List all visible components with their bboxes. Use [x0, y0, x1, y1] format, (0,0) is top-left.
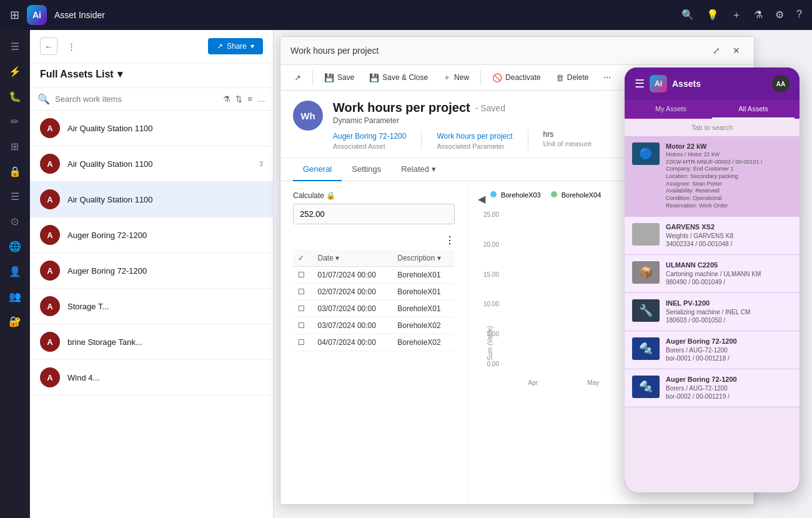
mobile-list-item[interactable]: ⚙ GARVENS XS2 Weights / GARVENS K8 34002…	[625, 217, 800, 255]
mobile-list-item[interactable]: 🔩 Auger Boring 72-1200 Borers / AUG-72-1…	[625, 331, 800, 369]
search-icon[interactable]: 🔍	[681, 9, 694, 22]
mobile-tab-all-assets[interactable]: All Assets	[712, 100, 795, 119]
detail-left: Calculate 🔒 ⋮ ✓ Date	[280, 181, 468, 504]
col-check: ✓	[293, 250, 313, 267]
mobile-list-item[interactable]: 🔵 Motor 22 kW Motors / Motor 22 kW 22KW-…	[625, 136, 800, 217]
new-button[interactable]: ＋ New	[437, 69, 475, 86]
sort-btn[interactable]: ⇅	[235, 94, 242, 104]
close-button[interactable]: ✕	[729, 43, 744, 58]
sidebar-icon-globe[interactable]: 🌐	[4, 235, 26, 257]
row-date: 02/07/2024 00:00	[313, 284, 393, 301]
mobile-list-item[interactable]: 📦 ULMANN C2205 Cartoning machine / ULMAN…	[625, 255, 800, 293]
asset-name: Air Quality Station 1100	[67, 195, 153, 204]
col-date[interactable]: Date ▾	[313, 250, 393, 267]
row-date: 03/07/2024 00:00	[313, 301, 393, 317]
filter-btn[interactable]: ⚗	[223, 94, 230, 104]
row-date: 01/07/2024 00:00	[313, 267, 393, 284]
item-sub: Cartoning machine / ULMANN KM 980490 / 0…	[666, 270, 792, 286]
search-input[interactable]	[55, 94, 218, 104]
table-row[interactable]: ☐ 01/07/2024 00:00 BoreholeX01	[293, 267, 455, 284]
associated-asset-link[interactable]: Auger Boring 72-1200	[333, 132, 406, 141]
share-chevron: ▾	[250, 42, 254, 51]
list-item[interactable]: A Storage T...	[30, 289, 273, 324]
mobile-list-item[interactable]: 🔧 INEL PV-1200 Serializing machine / INE…	[625, 293, 800, 331]
row-check: ☐	[293, 334, 313, 351]
list-item[interactable]: A Air Quality Station 1100	[30, 182, 273, 217]
bulb-icon[interactable]: 💡	[706, 9, 719, 22]
calculate-input[interactable]	[293, 204, 455, 224]
mobile-list-item[interactable]: 🔩 Auger Boring 72-1200 Borers / AUG-72-1…	[625, 369, 800, 407]
app-logo: Ai	[27, 5, 47, 25]
list-item[interactable]: A Air Quality Station 1100	[30, 111, 273, 146]
mobile-search-placeholder: Tab to search	[632, 124, 792, 131]
chart-prev[interactable]: ◀	[478, 193, 485, 205]
more-opts-btn[interactable]: …	[257, 94, 265, 104]
sidebar-icon-edit[interactable]: ✏	[4, 110, 26, 132]
open-record-button[interactable]: ↗	[288, 70, 307, 86]
add-icon[interactable]: ＋	[731, 9, 741, 22]
associated-param-block: Work hours per project Associated Parame…	[437, 130, 528, 150]
list-item[interactable]: A Auger Boring 72-1200	[30, 253, 273, 289]
table-row[interactable]: ☐ 03/07/2024 00:00 BoreholeX02	[293, 317, 455, 334]
col-desc[interactable]: Description ▾	[392, 250, 455, 267]
sidebar-icon-security[interactable]: 🔐	[4, 310, 26, 332]
sidebar-icon-lightning[interactable]: ⚡	[4, 60, 26, 82]
save-button[interactable]: 💾 Save	[318, 70, 360, 86]
delete-button[interactable]: 🗑 Delete	[550, 70, 595, 86]
asset-name: Air Quality Station 1100	[67, 124, 153, 133]
row-desc: BoreholeX01	[392, 284, 455, 301]
item-name: Auger Boring 72-1200	[666, 337, 792, 345]
avatar: A	[40, 154, 60, 174]
table-row[interactable]: ☐ 02/07/2024 00:00 BoreholeX01	[293, 284, 455, 301]
grid-icon[interactable]: ⊞	[10, 8, 19, 22]
sidebar-icon-lock[interactable]: 🔒	[4, 160, 26, 182]
settings-icon[interactable]: ⚙	[775, 9, 784, 22]
share-button[interactable]: ↗ Share ▾	[208, 38, 263, 54]
list-view-btn[interactable]: ≡	[247, 94, 252, 104]
avatar: A	[40, 225, 60, 245]
table-row[interactable]: ☐ 04/07/2024 00:00 BoreholeX02	[293, 334, 455, 351]
list-item[interactable]: A Wind 4...	[30, 360, 273, 396]
sidebar-icon-users[interactable]: 👥	[4, 285, 26, 307]
window-title: Work hours per project	[290, 46, 709, 56]
asset-panel-header: ← ⋮ ↗ Share ▾	[30, 30, 273, 63]
mobile-tabs: My Assets All Assets	[625, 100, 800, 119]
item-sub: Weights / GARVENS K8 34002334 / 00-00104…	[666, 232, 792, 248]
filter-icon[interactable]: ⚗	[754, 9, 763, 22]
sidebar-icon-circle[interactable]: ⊙	[4, 210, 26, 232]
associated-param-meta: Associated Parameter	[437, 142, 512, 150]
back-button[interactable]: ←	[40, 37, 57, 55]
sidebar-icon-bug[interactable]: 🐛	[4, 85, 26, 107]
more-actions-button[interactable]: ⋯	[597, 70, 617, 85]
tab-related[interactable]: Related ▾	[391, 158, 446, 181]
expand-button[interactable]: ⤢	[709, 43, 724, 58]
item-image: 🔩	[632, 337, 660, 360]
table-row[interactable]: ☐ 03/07/2024 00:00 BoreholeX01	[293, 301, 455, 317]
mobile-list: 🔵 Motor 22 kW Motors / Motor 22 kW 22KW-…	[625, 136, 800, 492]
legend-dot-2	[551, 191, 557, 197]
sidebar-icon-list[interactable]: ☰	[4, 185, 26, 207]
item-image: 🔩	[632, 376, 660, 398]
list-item[interactable]: A Air Quality Station 1100 3	[30, 146, 273, 182]
sidebar-icon-menu[interactable]: ☰	[4, 35, 26, 57]
mobile-tab-my-assets[interactable]: My Assets	[630, 100, 712, 119]
list-item[interactable]: A brine Storage Tank...	[30, 324, 273, 360]
sidebar-icon-grid[interactable]: ⊞	[4, 135, 26, 157]
sidebar-icon-user[interactable]: 👤	[4, 260, 26, 282]
save-close-button[interactable]: 💾 Save & Close	[363, 70, 434, 86]
item-image: 🔵	[632, 142, 660, 165]
tab-general[interactable]: General	[293, 158, 342, 181]
avatar: A	[40, 367, 60, 387]
row-desc: BoreholeX02	[392, 334, 455, 351]
table-toolbar: ⋮	[293, 234, 455, 246]
tab-settings[interactable]: Settings	[342, 158, 391, 181]
mobile-menu-icon[interactable]: ☰	[635, 77, 645, 91]
deactivate-button[interactable]: 🚫 Deactivate	[486, 70, 547, 86]
help-icon[interactable]: ?	[796, 9, 802, 22]
mobile-header: ☰ Ai Assets AA	[625, 67, 800, 100]
table-more-icon[interactable]: ⋮	[445, 234, 455, 246]
list-item[interactable]: A Auger Boring 72-1200	[30, 217, 273, 253]
associated-param-link[interactable]: Work hours per project	[437, 132, 512, 141]
main-layout: ☰ ⚡ 🐛 ✏ ⊞ 🔒 ☰ ⊙ 🌐 👤 👥 🔐	[0, 30, 812, 518]
more-button[interactable]: ⋮	[62, 37, 80, 55]
